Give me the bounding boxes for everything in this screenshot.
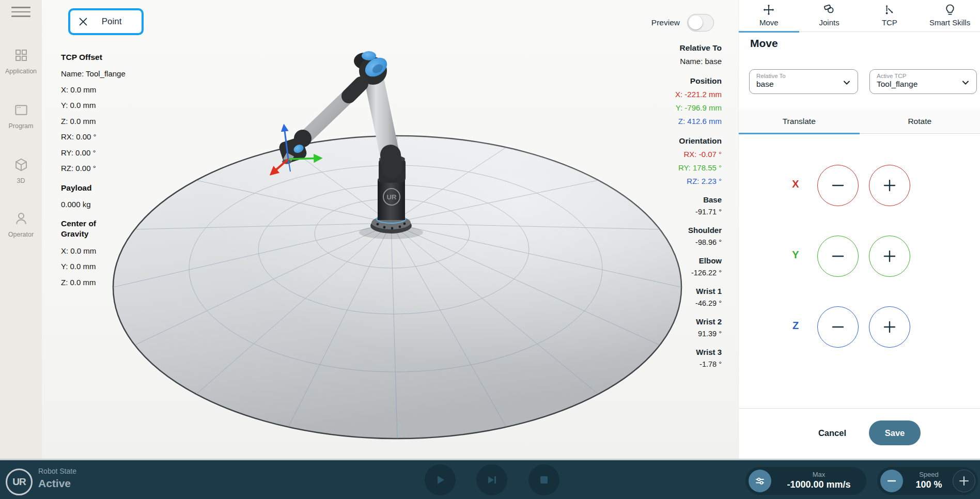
application-grid-icon: [13, 48, 29, 63]
jog-row-y: Y: [739, 236, 980, 277]
joint-readout: Base -91.71 °: [608, 195, 722, 216]
hamburger-menu-icon[interactable]: [11, 7, 30, 18]
move-panel: Move Joints TCP: [738, 0, 980, 459]
cog-z: Z: 0.0 mm: [61, 278, 128, 287]
axis-x-label: X: [783, 178, 808, 190]
tab-smart-skills[interactable]: Smart Skills: [920, 0, 980, 32]
joints-icon: [822, 3, 836, 17]
joint-readout: Wrist 2 91.39 °: [608, 317, 722, 338]
sidebar: Application Program 3D Operator: [0, 0, 42, 459]
sidebar-item-application[interactable]: Application: [0, 48, 42, 75]
minus-icon: [831, 249, 845, 263]
operator-person-icon: [13, 211, 29, 226]
tcp-offset-ry: RY: 0.00 °: [61, 148, 128, 157]
payload-value: 0.000 kg: [61, 200, 128, 209]
jog-mode-tabs: Translate Rotate: [739, 109, 980, 134]
chevron-down-icon: [961, 79, 970, 87]
smart-skills-bulb-icon: [943, 3, 957, 17]
program-window-icon: [13, 102, 29, 118]
ur-logo: UR: [6, 469, 33, 495]
speed-readout: Speed 100 %: [904, 471, 954, 490]
plus-icon: [882, 178, 897, 193]
step-button[interactable]: [476, 464, 507, 495]
jog-row-x: X: [739, 165, 980, 206]
point-title: Point: [89, 17, 134, 27]
stop-button[interactable]: [528, 464, 559, 495]
sliders-icon: [754, 475, 766, 487]
cube-3d-icon: [13, 157, 29, 173]
orientation-ry: RY: 178.55 °: [608, 163, 722, 172]
sidebar-item-label: 3D: [0, 177, 42, 184]
panel-tab-bar: Move Joints TCP: [739, 0, 980, 32]
active-tcp-dropdown[interactable]: Active TCP Tool_flange: [869, 69, 977, 94]
tab-rotate[interactable]: Rotate: [860, 109, 980, 133]
relative-to-dropdown[interactable]: Relative To base: [749, 69, 858, 94]
tcp-offset-y: Y: 0.0 mm: [61, 101, 128, 110]
3d-viewport[interactable]: UR: [42, 0, 738, 459]
play-button[interactable]: [425, 464, 456, 495]
tab-tcp[interactable]: TCP: [860, 0, 920, 32]
tool-info-overlay: TCP Offset Name: Tool_flange X: 0.0 mm Y…: [61, 52, 128, 293]
tcp-offset-x: X: 0.0 mm: [61, 85, 128, 94]
y-plus-button[interactable]: [869, 236, 910, 277]
relative-to-name: Name: base: [608, 57, 722, 66]
close-icon[interactable]: [77, 16, 89, 27]
cog-x: X: 0.0 mm: [61, 246, 128, 255]
cancel-button[interactable]: Cancel: [806, 424, 858, 442]
position-z: Z: 412.6 mm: [608, 117, 722, 126]
tcp-offset-rx: RX: 0.00 °: [61, 132, 128, 141]
minus-icon: [831, 178, 845, 193]
joint-readout: Elbow -126.22 °: [608, 256, 722, 277]
sidebar-item-operator[interactable]: Operator: [0, 211, 42, 238]
axis-y-label: Y: [783, 249, 808, 261]
stop-icon: [538, 474, 550, 486]
sidebar-item-label: Application: [0, 68, 42, 75]
speed-override-pill: Speed 100 %: [877, 467, 978, 495]
minus-icon: [886, 475, 897, 487]
preview-toggle[interactable]: [687, 14, 714, 32]
preview-control: Preview: [651, 14, 714, 32]
plus-icon: [958, 475, 970, 487]
sidebar-item-label: Operator: [0, 231, 42, 238]
tcp-offset-name: Name: Tool_flange: [61, 69, 128, 78]
max-speed-pill: Max -1000.00 mm/s: [745, 467, 866, 495]
orientation-rz: RZ: 2.23 °: [608, 177, 722, 185]
sidebar-item-program[interactable]: Program: [0, 102, 42, 130]
position-heading: Position: [608, 76, 722, 86]
tcp-icon: [883, 3, 896, 17]
speed-settings-button[interactable]: [749, 470, 771, 492]
x-plus-button[interactable]: [869, 165, 910, 206]
orientation-heading: Orientation: [608, 136, 722, 146]
speed-increase-button[interactable]: [953, 470, 975, 492]
orientation-rx: RX: -0.07 °: [608, 150, 722, 159]
payload-heading: Payload: [61, 183, 128, 193]
y-minus-button[interactable]: [817, 236, 859, 277]
chevron-down-icon: [843, 79, 851, 87]
tab-translate[interactable]: Translate: [739, 109, 860, 133]
position-y: Y: -796.9 mm: [608, 103, 722, 112]
save-button[interactable]: Save: [869, 420, 921, 445]
joint-readout: Shoulder -98.96 °: [608, 226, 722, 246]
tab-joints[interactable]: Joints: [799, 0, 860, 32]
move-icon: [762, 3, 775, 17]
robot-state-label: Robot State: [38, 467, 76, 475]
svg-text:UR: UR: [387, 193, 397, 201]
cog-y: Y: 0.0 mm: [61, 262, 128, 271]
minus-icon: [831, 320, 845, 334]
axis-z-label: Z: [783, 320, 808, 332]
panel-divider: [739, 408, 980, 409]
plus-icon: [882, 249, 897, 263]
skip-next-icon: [486, 474, 498, 486]
position-x: X: -221.2 mm: [608, 90, 722, 99]
tab-move[interactable]: Move: [739, 0, 799, 32]
x-minus-button[interactable]: [817, 165, 859, 206]
sidebar-item-label: Program: [0, 122, 42, 130]
jog-row-z: Z: [739, 306, 980, 348]
z-plus-button[interactable]: [869, 306, 910, 348]
preview-label: Preview: [651, 18, 680, 27]
z-minus-button[interactable]: [817, 306, 859, 348]
plus-icon: [882, 320, 897, 334]
pose-overlay: Relative To Name: base Position X: -221.…: [608, 43, 722, 368]
sidebar-item-3d[interactable]: 3D: [0, 157, 42, 184]
speed-decrease-button[interactable]: [880, 470, 903, 492]
